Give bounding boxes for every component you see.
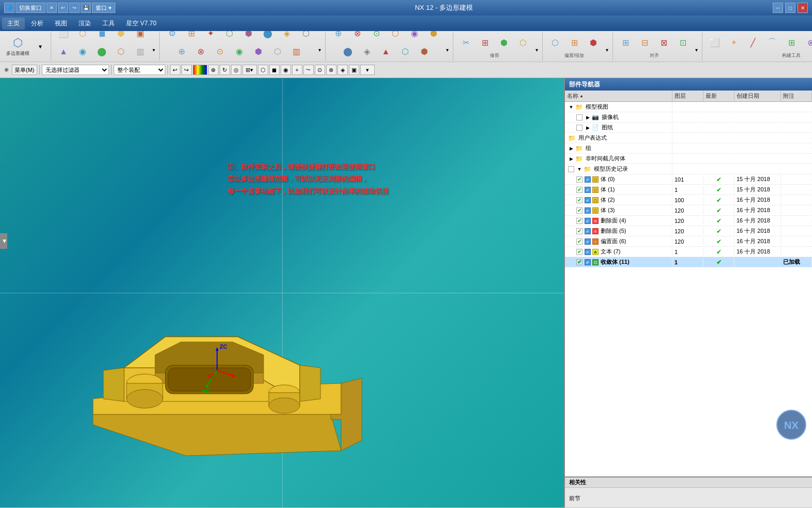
tb-build-5-btn[interactable]: ⊞ xyxy=(782,34,801,51)
maximize-btn[interactable]: □ xyxy=(785,3,795,13)
tree-toggle[interactable]: ▼ xyxy=(576,166,583,172)
tb-create-cone-btn[interactable]: ⬢ xyxy=(112,31,130,42)
tree-row[interactable]: 📁用户表达式 xyxy=(565,133,812,143)
tb-create-7-btn[interactable]: ▥ xyxy=(131,43,149,61)
switch-window-btn[interactable]: 切换窗口 xyxy=(16,3,45,13)
tb-create-sphere-btn[interactable]: ◼ xyxy=(93,31,111,42)
tb-build-3-btn[interactable]: ╱ xyxy=(744,34,762,51)
tb-create-4-btn[interactable]: ◉ xyxy=(73,43,92,61)
menu-view[interactable]: 视图 xyxy=(50,18,72,29)
minimize-btn[interactable]: ─ xyxy=(773,3,783,13)
tb-combine-7-btn[interactable]: ⬤ xyxy=(339,43,357,61)
tb-align-4-btn[interactable]: ⊡ xyxy=(673,34,692,51)
tb-edit-8-btn[interactable]: ⬡ xyxy=(297,31,315,42)
col-header-name[interactable]: 名称 ▲ xyxy=(565,91,672,101)
tb-edit-2-btn[interactable]: ⊞ xyxy=(182,31,201,42)
tree-row[interactable]: ✔✔⬡体 (1)1✔15 十月 2018 xyxy=(565,185,812,195)
tree-row[interactable]: ▶📷摄像机 xyxy=(565,112,812,123)
tb-offset-expand-btn[interactable]: ▾ xyxy=(604,46,610,61)
tb2-circle-btn[interactable]: ◉ xyxy=(281,65,291,75)
tb-align-expand-btn[interactable]: ▾ xyxy=(693,46,700,61)
tb2-snap-btn[interactable]: ⊕ xyxy=(208,65,219,75)
assembly-select[interactable]: 整个装配 xyxy=(114,65,165,75)
tb-edit-3-btn[interactable]: ✦ xyxy=(201,31,220,42)
tree-row[interactable]: ▶📁非时间截几何体 xyxy=(565,154,812,164)
tree-row[interactable]: ✔✔A文本 (7)1✔16 十月 2018 xyxy=(565,247,812,257)
menu-render[interactable]: 渲染 xyxy=(73,18,96,29)
menu-home[interactable]: 主页 xyxy=(2,18,25,29)
tb-create-torus-btn[interactable]: ▣ xyxy=(131,31,149,42)
tb-edit-11-btn[interactable]: ⊙ xyxy=(211,43,229,61)
tree-row[interactable]: ✔✔⬡体 (0)101✔15 十月 2018 xyxy=(565,174,812,185)
tree-toggle[interactable]: ▶ xyxy=(568,156,574,162)
tree-row[interactable]: ▶📁组 xyxy=(565,143,812,154)
menu-tools[interactable]: 工具 xyxy=(97,18,120,29)
tb-edit-1-btn[interactable]: ⚙ xyxy=(163,31,181,42)
save-btn[interactable]: 💾 xyxy=(81,3,91,13)
menu-starsky[interactable]: 星空 V7.70 xyxy=(121,18,162,29)
tree-checkbox[interactable]: ✔ xyxy=(576,187,583,193)
tb2-cube-btn[interactable]: ◼ xyxy=(269,65,280,75)
tb-trim-3-btn[interactable]: ⬢ xyxy=(495,34,513,51)
tree-checkbox[interactable] xyxy=(576,114,583,121)
tb-trim-4-btn[interactable]: ⬡ xyxy=(514,34,532,51)
tb-align-3-btn[interactable]: ⊠ xyxy=(654,34,673,51)
tb-combine-11-btn[interactable]: ⬢ xyxy=(415,43,434,61)
tree-row[interactable]: ▶📄图纸 xyxy=(565,123,812,133)
tree-row[interactable]: ✔✔✕删除面 (5)120✔16 十月 2018 xyxy=(565,226,812,236)
tree-row[interactable]: ▼📁模型历史记录 xyxy=(565,164,812,174)
col-header-note[interactable]: 附注 xyxy=(781,91,812,101)
tb-align-2-btn[interactable]: ⊟ xyxy=(635,34,654,51)
tb-build-1-btn[interactable]: ⬜ xyxy=(706,34,724,51)
tb2-tool2-btn[interactable]: ⊗ xyxy=(326,65,336,75)
tb-edit-9-btn[interactable]: ⊕ xyxy=(173,43,191,61)
tb-combine-8-btn[interactable]: ◈ xyxy=(358,43,376,61)
tb-edit-6-btn[interactable]: ⬤ xyxy=(258,31,277,42)
tb-combine-2-btn[interactable]: ⊗ xyxy=(348,31,366,42)
tree-checkbox[interactable]: ✔ xyxy=(576,197,583,203)
tb-combine-expand-btn[interactable]: ▾ xyxy=(444,46,451,61)
side-tab[interactable]: ◀ xyxy=(0,233,7,249)
tb-trim-1-btn[interactable]: ✂ xyxy=(456,34,475,51)
tb-trim-2-btn[interactable]: ⊞ xyxy=(476,34,494,51)
tb-offset-3-btn[interactable]: ⬢ xyxy=(584,34,603,51)
tb-build-2-btn[interactable]: + xyxy=(725,34,743,51)
tree-toggle[interactable]: ▶ xyxy=(568,145,574,152)
redo-btn[interactable]: ↪ xyxy=(69,3,80,13)
close-window-btn[interactable]: ✕ xyxy=(798,3,808,13)
tb-build-4-btn[interactable]: ⌒ xyxy=(763,34,782,51)
tb2-curve-btn[interactable]: 〜 xyxy=(303,65,314,75)
tb-align-1-btn[interactable]: ⊞ xyxy=(616,34,635,51)
tree-checkbox[interactable]: ✔ xyxy=(576,218,583,224)
tb-edit-4-btn[interactable]: ⬡ xyxy=(220,31,239,42)
tb-combine-5-btn[interactable]: ◉ xyxy=(405,31,424,42)
tree-checkbox[interactable]: ✔ xyxy=(576,176,583,183)
tree-checkbox[interactable]: ✔ xyxy=(576,238,583,245)
tree-row[interactable]: ✔✔~偏置面 (6)120✔16 十月 2018 xyxy=(565,236,812,247)
tree-toggle[interactable]: ▶ xyxy=(585,114,591,121)
tb2-expand-row2-btn[interactable]: ▾ xyxy=(360,65,375,75)
tb-edit-7-btn[interactable]: ◈ xyxy=(278,31,296,42)
tb-combine-1-btn[interactable]: ⊕ xyxy=(329,31,347,42)
tree-toggle[interactable]: ▼ xyxy=(568,104,574,110)
tb-combine-6-btn[interactable]: ⬢ xyxy=(424,31,443,42)
tb-combine-9-btn[interactable]: ▲ xyxy=(377,43,395,61)
col-header-newest[interactable]: 最新 xyxy=(703,91,734,101)
tb2-redo-btn[interactable]: ↪ xyxy=(181,65,192,75)
tree-row[interactable]: ✔✔✕删除面 (4)120✔16 十月 2018 xyxy=(565,216,812,226)
tree-row[interactable]: ✔✔⬡体 (3)120✔16 十月 2018 xyxy=(565,205,812,216)
tb-create-cylinder-btn[interactable]: ⬡ xyxy=(73,31,92,42)
tb-edit-13-btn[interactable]: ⬢ xyxy=(249,43,268,61)
viewport[interactable]: ZC YC XC ①、软件安装之后，请按快捷键打开欢迎使用窗口 ②以多边形建模范… xyxy=(0,78,564,507)
menu-analysis[interactable]: 分析 xyxy=(26,18,49,29)
tb-edit-5-btn[interactable]: ⬢ xyxy=(239,31,258,42)
tb2-target-btn[interactable]: ◎ xyxy=(231,65,241,75)
tb2-color-btn[interactable] xyxy=(193,65,207,75)
menu-m-btn[interactable]: 菜单(M) xyxy=(12,65,37,75)
tree-checkbox[interactable]: ✔ xyxy=(576,207,583,214)
col-header-date[interactable]: 创建日期 xyxy=(734,91,781,101)
tree-row[interactable]: ✔✔⬡体 (2)100✔16 十月 2018 xyxy=(565,195,812,205)
tb-create-tri-btn[interactable]: ▲ xyxy=(54,43,73,61)
tb-offset-2-btn[interactable]: ⊞ xyxy=(565,34,584,51)
tree-checkbox[interactable]: ✔ xyxy=(576,228,583,234)
